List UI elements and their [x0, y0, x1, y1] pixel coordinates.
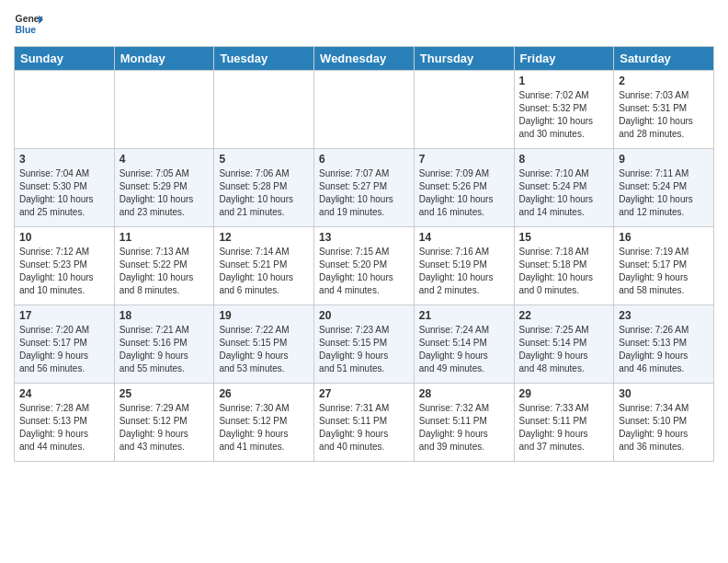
day-number: 1 — [519, 75, 609, 87]
calendar-week-row: 10Sunrise: 7:12 AM Sunset: 5:23 PM Dayli… — [15, 227, 714, 305]
calendar-cell: 11Sunrise: 7:13 AM Sunset: 5:22 PM Dayli… — [114, 227, 214, 305]
calendar-cell: 21Sunrise: 7:24 AM Sunset: 5:14 PM Dayli… — [414, 305, 514, 384]
day-info: Sunrise: 7:28 AM Sunset: 5:13 PM Dayligh… — [19, 402, 109, 454]
day-number: 27 — [319, 387, 409, 400]
day-number: 2 — [619, 75, 709, 87]
day-info: Sunrise: 7:23 AM Sunset: 5:15 PM Dayligh… — [319, 324, 409, 375]
day-number: 21 — [419, 309, 509, 322]
day-number: 6 — [319, 153, 409, 166]
day-number: 24 — [19, 387, 109, 400]
day-number: 23 — [619, 309, 709, 322]
calendar-cell: 30Sunrise: 7:34 AM Sunset: 5:10 PM Dayli… — [614, 384, 714, 462]
day-info: Sunrise: 7:24 AM Sunset: 5:14 PM Dayligh… — [419, 324, 509, 375]
calendar-cell: 10Sunrise: 7:12 AM Sunset: 5:23 PM Dayli… — [15, 227, 115, 305]
day-info: Sunrise: 7:15 AM Sunset: 5:20 PM Dayligh… — [319, 246, 409, 297]
calendar-cell: 29Sunrise: 7:33 AM Sunset: 5:11 PM Dayli… — [514, 384, 614, 462]
day-number: 9 — [619, 153, 709, 166]
day-number: 26 — [219, 387, 309, 400]
calendar-cell: 14Sunrise: 7:16 AM Sunset: 5:19 PM Dayli… — [414, 227, 514, 305]
day-info: Sunrise: 7:07 AM Sunset: 5:27 PM Dayligh… — [319, 167, 409, 219]
calendar-cell: 15Sunrise: 7:18 AM Sunset: 5:18 PM Dayli… — [514, 227, 614, 305]
day-info: Sunrise: 7:06 AM Sunset: 5:28 PM Dayligh… — [219, 167, 309, 219]
day-info: Sunrise: 7:21 AM Sunset: 5:16 PM Dayligh… — [119, 324, 210, 375]
logo-icon: General Blue — [14, 9, 43, 39]
calendar-cell: 7Sunrise: 7:09 AM Sunset: 5:26 PM Daylig… — [414, 149, 514, 227]
day-info: Sunrise: 7:04 AM Sunset: 5:30 PM Dayligh… — [19, 167, 109, 219]
calendar-cell: 22Sunrise: 7:25 AM Sunset: 5:14 PM Dayli… — [514, 305, 614, 384]
day-number: 28 — [419, 387, 509, 400]
day-number: 12 — [219, 231, 309, 244]
day-number: 13 — [319, 231, 409, 244]
calendar-cell: 5Sunrise: 7:06 AM Sunset: 5:28 PM Daylig… — [214, 149, 314, 227]
logo: General Blue — [14, 9, 43, 39]
day-number: 14 — [419, 231, 509, 244]
weekday-header-row: SundayMondayTuesdayWednesdayThursdayFrid… — [15, 47, 714, 71]
calendar-cell: 13Sunrise: 7:15 AM Sunset: 5:20 PM Dayli… — [314, 227, 415, 305]
calendar-cell: 19Sunrise: 7:22 AM Sunset: 5:15 PM Dayli… — [214, 305, 314, 384]
calendar-cell: 12Sunrise: 7:14 AM Sunset: 5:21 PM Dayli… — [214, 227, 314, 305]
day-info: Sunrise: 7:19 AM Sunset: 5:17 PM Dayligh… — [619, 246, 709, 297]
calendar-cell — [314, 71, 415, 149]
calendar-cell: 9Sunrise: 7:11 AM Sunset: 5:24 PM Daylig… — [614, 149, 714, 227]
day-info: Sunrise: 7:02 AM Sunset: 5:32 PM Dayligh… — [519, 89, 609, 141]
day-number: 10 — [19, 231, 109, 244]
day-info: Sunrise: 7:33 AM Sunset: 5:11 PM Dayligh… — [519, 402, 609, 454]
calendar-table: SundayMondayTuesdayWednesdayThursdayFrid… — [14, 46, 714, 462]
day-info: Sunrise: 7:26 AM Sunset: 5:13 PM Dayligh… — [619, 324, 709, 375]
day-number: 25 — [119, 387, 210, 400]
calendar-cell: 16Sunrise: 7:19 AM Sunset: 5:17 PM Dayli… — [614, 227, 714, 305]
calendar-cell: 24Sunrise: 7:28 AM Sunset: 5:13 PM Dayli… — [15, 384, 115, 462]
day-info: Sunrise: 7:03 AM Sunset: 5:31 PM Dayligh… — [619, 89, 709, 141]
day-number: 16 — [619, 231, 709, 244]
calendar-cell: 26Sunrise: 7:30 AM Sunset: 5:12 PM Dayli… — [214, 384, 314, 462]
day-number: 8 — [519, 153, 609, 166]
day-info: Sunrise: 7:16 AM Sunset: 5:19 PM Dayligh… — [419, 246, 509, 297]
day-info: Sunrise: 7:31 AM Sunset: 5:11 PM Dayligh… — [319, 402, 409, 454]
calendar-week-row: 1Sunrise: 7:02 AM Sunset: 5:32 PM Daylig… — [15, 71, 714, 149]
calendar-cell: 18Sunrise: 7:21 AM Sunset: 5:16 PM Dayli… — [114, 305, 214, 384]
calendar-cell: 6Sunrise: 7:07 AM Sunset: 5:27 PM Daylig… — [314, 149, 415, 227]
day-info: Sunrise: 7:25 AM Sunset: 5:14 PM Dayligh… — [519, 324, 609, 375]
calendar-week-row: 3Sunrise: 7:04 AM Sunset: 5:30 PM Daylig… — [15, 149, 714, 227]
day-info: Sunrise: 7:05 AM Sunset: 5:29 PM Dayligh… — [119, 167, 210, 219]
calendar-cell: 20Sunrise: 7:23 AM Sunset: 5:15 PM Dayli… — [314, 305, 415, 384]
day-info: Sunrise: 7:18 AM Sunset: 5:18 PM Dayligh… — [519, 246, 609, 297]
day-info: Sunrise: 7:22 AM Sunset: 5:15 PM Dayligh… — [219, 324, 309, 375]
day-number: 15 — [519, 231, 609, 244]
day-info: Sunrise: 7:11 AM Sunset: 5:24 PM Dayligh… — [619, 167, 709, 219]
day-number: 30 — [619, 387, 709, 400]
day-info: Sunrise: 7:20 AM Sunset: 5:17 PM Dayligh… — [19, 324, 109, 375]
calendar-cell: 17Sunrise: 7:20 AM Sunset: 5:17 PM Dayli… — [15, 305, 115, 384]
calendar-cell: 3Sunrise: 7:04 AM Sunset: 5:30 PM Daylig… — [15, 149, 115, 227]
day-number: 20 — [319, 309, 409, 322]
calendar-cell — [214, 71, 314, 149]
day-number: 11 — [119, 231, 210, 244]
calendar-cell: 27Sunrise: 7:31 AM Sunset: 5:11 PM Dayli… — [314, 384, 415, 462]
day-number: 3 — [19, 153, 109, 166]
day-info: Sunrise: 7:32 AM Sunset: 5:11 PM Dayligh… — [419, 402, 509, 454]
day-number: 19 — [219, 309, 309, 322]
day-info: Sunrise: 7:12 AM Sunset: 5:23 PM Dayligh… — [19, 246, 109, 297]
weekday-header: Friday — [514, 47, 614, 71]
weekday-header: Monday — [114, 47, 214, 71]
day-info: Sunrise: 7:10 AM Sunset: 5:24 PM Dayligh… — [519, 167, 609, 219]
weekday-header: Thursday — [414, 47, 514, 71]
calendar-cell: 23Sunrise: 7:26 AM Sunset: 5:13 PM Dayli… — [614, 305, 714, 384]
day-number: 5 — [219, 153, 309, 166]
day-info: Sunrise: 7:30 AM Sunset: 5:12 PM Dayligh… — [219, 402, 309, 454]
weekday-header: Tuesday — [214, 47, 314, 71]
calendar-cell: 8Sunrise: 7:10 AM Sunset: 5:24 PM Daylig… — [514, 149, 614, 227]
calendar-cell — [414, 71, 514, 149]
calendar-week-row: 17Sunrise: 7:20 AM Sunset: 5:17 PM Dayli… — [15, 305, 714, 384]
day-info: Sunrise: 7:34 AM Sunset: 5:10 PM Dayligh… — [619, 402, 709, 454]
day-info: Sunrise: 7:09 AM Sunset: 5:26 PM Dayligh… — [419, 167, 509, 219]
day-number: 22 — [519, 309, 609, 322]
day-info: Sunrise: 7:29 AM Sunset: 5:12 PM Dayligh… — [119, 402, 210, 454]
day-number: 17 — [19, 309, 109, 322]
day-info: Sunrise: 7:14 AM Sunset: 5:21 PM Dayligh… — [219, 246, 309, 297]
day-number: 7 — [419, 153, 509, 166]
calendar-cell: 28Sunrise: 7:32 AM Sunset: 5:11 PM Dayli… — [414, 384, 514, 462]
day-number: 29 — [519, 387, 609, 400]
weekday-header: Saturday — [614, 47, 714, 71]
calendar-cell: 4Sunrise: 7:05 AM Sunset: 5:29 PM Daylig… — [114, 149, 214, 227]
